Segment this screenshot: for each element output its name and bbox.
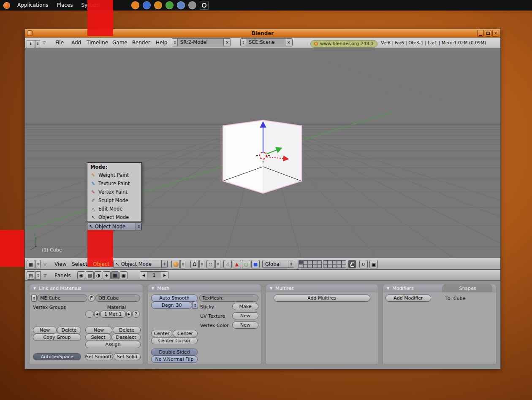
draw-type-icon[interactable] bbox=[171, 260, 180, 268]
firefox-icon[interactable] bbox=[131, 1, 139, 9]
frame-value[interactable]: 1 bbox=[147, 272, 161, 279]
mode-selector-spinner-icon[interactable]: ⇕ bbox=[161, 260, 167, 268]
material-swatch[interactable] bbox=[85, 311, 94, 318]
draw-type-spinner-icon[interactable]: ⇕ bbox=[180, 260, 185, 268]
layer-toggle[interactable] bbox=[308, 264, 312, 268]
add-modifier-button[interactable]: Add Modifier bbox=[385, 295, 431, 302]
auto-smooth-toggle[interactable]: Auto Smooth bbox=[151, 295, 198, 302]
screen-spinner-icon[interactable]: ⇕ bbox=[172, 39, 178, 46]
mode-item-edit-mode[interactable]: △Edit Mode bbox=[87, 205, 141, 213]
menu-object[interactable]: Object bbox=[93, 260, 109, 268]
layer-toggle[interactable] bbox=[337, 260, 342, 264]
viewport-editor-spinner-icon[interactable]: ⇕ bbox=[35, 260, 41, 268]
panel-header-link-and-materials[interactable]: ▼ Link and Materials bbox=[30, 284, 143, 292]
scene-selector[interactable]: ⇕ SCE:Scene × bbox=[240, 38, 293, 46]
object-name-field[interactable]: OB:Cube bbox=[95, 295, 140, 302]
editor-type-icon[interactable]: i bbox=[27, 40, 35, 48]
editor-type-spinner-icon[interactable]: ⇕ bbox=[35, 40, 40, 48]
frame-next-icon[interactable]: ▶ bbox=[161, 272, 168, 279]
panel-collapse-icon[interactable]: ▼ bbox=[33, 286, 36, 290]
double-sided-toggle[interactable]: Double Sided bbox=[151, 349, 198, 356]
center-new-button[interactable]: Center New bbox=[173, 330, 198, 337]
menu-add[interactable]: Add bbox=[71, 38, 81, 48]
layer-toggle[interactable] bbox=[342, 260, 346, 264]
menu-applications[interactable]: Applications bbox=[13, 0, 52, 11]
shading-context-icon[interactable]: ◑ bbox=[94, 271, 102, 279]
vgroup-delete-button[interactable]: Delete bbox=[57, 327, 81, 334]
scale-manipulator-icon[interactable]: ■ bbox=[251, 260, 260, 268]
layer-toggle[interactable] bbox=[332, 260, 337, 264]
layer-toggle[interactable] bbox=[299, 264, 303, 268]
frame-prev-icon[interactable]: ◀ bbox=[140, 272, 147, 279]
menu-select[interactable]: Select bbox=[72, 260, 87, 268]
cube-object[interactable] bbox=[223, 120, 301, 193]
copy-group-button[interactable]: Copy Group bbox=[33, 334, 81, 341]
manipulator-hand-icon[interactable]: ☝ bbox=[223, 260, 232, 268]
material-browse-button[interactable]: ? bbox=[132, 311, 140, 318]
material-next-icon[interactable]: ▶ bbox=[126, 311, 132, 318]
degr-spinner-icon[interactable]: ⇕ bbox=[192, 302, 198, 309]
add-multires-button[interactable]: Add Multires bbox=[274, 295, 370, 302]
maximize-button[interactable] bbox=[485, 30, 491, 37]
browser-icon[interactable] bbox=[143, 1, 151, 9]
object-context-icon[interactable]: + bbox=[103, 271, 111, 279]
layer-toggle[interactable] bbox=[303, 260, 308, 264]
center-cursor-button[interactable]: Center Cursor bbox=[151, 337, 198, 344]
buttons-menu-collapse-icon[interactable]: ▽ bbox=[43, 271, 46, 280]
viewport-menu-collapse-icon[interactable]: ▽ bbox=[43, 260, 46, 268]
panel-header-multires[interactable]: ▼ Multires bbox=[266, 284, 378, 292]
pivot-spinner-icon[interactable]: ⇕ bbox=[199, 260, 204, 268]
menu-places[interactable]: Places bbox=[52, 0, 77, 11]
viewport-editor-type-icon[interactable]: ▦ bbox=[27, 260, 35, 268]
mode-dropdown-pressed[interactable]: ↖ Object Mode ⇕ bbox=[87, 223, 142, 230]
minimize-button[interactable] bbox=[477, 30, 484, 37]
menu-timeline[interactable]: Timeline bbox=[87, 38, 108, 48]
uv-texture-new-button[interactable]: New bbox=[232, 312, 258, 319]
mode-selector[interactable]: ↖ Object Mode ⇕ bbox=[113, 260, 168, 268]
panels-label[interactable]: Panels bbox=[54, 271, 71, 280]
viewport-3d[interactable]: z Mode: ✎Weight Paint ✎Texture Paint ✎Ve… bbox=[25, 48, 500, 258]
script-context-icon[interactable]: ▤ bbox=[86, 271, 94, 279]
logic-context-icon[interactable]: ◉ bbox=[77, 271, 85, 279]
panel-collapse-icon[interactable]: ▼ bbox=[387, 286, 389, 290]
fake-user-button[interactable]: F bbox=[88, 295, 95, 302]
panel-header-mesh[interactable]: ▼ Mesh bbox=[148, 284, 261, 292]
deselect-button[interactable]: Deselect bbox=[111, 334, 141, 341]
layer-toggle[interactable] bbox=[328, 264, 332, 268]
sticky-make-button[interactable]: Make bbox=[232, 303, 258, 310]
no-vnormal-flip-toggle[interactable]: No V.Normal Flip bbox=[151, 356, 198, 363]
menu-render[interactable]: Render bbox=[132, 38, 150, 48]
degr-slider[interactable]: Degr: 30 bbox=[151, 302, 192, 309]
tab-modifiers[interactable]: Modifiers bbox=[392, 286, 413, 291]
scene-close-icon[interactable]: × bbox=[285, 39, 292, 46]
autotexspace-toggle[interactable]: AutoTexSpace bbox=[33, 353, 81, 360]
layer-toggle[interactable] bbox=[299, 260, 303, 264]
buttons-editor-type-icon[interactable]: ▤ bbox=[27, 271, 35, 280]
mode-dropdown-spinner-icon[interactable]: ⇕ bbox=[136, 223, 141, 230]
pivot-icon[interactable]: Ω bbox=[190, 260, 199, 268]
blender-org-badge[interactable]: www.blender.org 248.1 bbox=[310, 40, 377, 48]
panel-collapse-icon[interactable]: ▼ bbox=[152, 286, 154, 290]
render-preview-icon[interactable]: ▣ bbox=[369, 260, 378, 268]
snap-target-icon[interactable]: ∷ bbox=[206, 260, 215, 268]
assign-button[interactable]: Assign bbox=[85, 341, 141, 348]
mesh-name-field[interactable]: ME:Cube bbox=[37, 295, 87, 302]
camera-icon[interactable] bbox=[200, 1, 209, 10]
layer-toggle[interactable] bbox=[323, 264, 328, 268]
layer-toggle[interactable] bbox=[312, 264, 317, 268]
texmesh-field[interactable]: TexMesh: bbox=[199, 295, 258, 302]
orientation-spinner-icon[interactable]: ⇕ bbox=[288, 260, 294, 268]
material-prev-icon[interactable]: ◀ bbox=[94, 311, 100, 318]
buttons-editor-spinner-icon[interactable]: ⇕ bbox=[35, 271, 41, 280]
editing-context-icon[interactable]: ▦ bbox=[111, 271, 119, 279]
mode-item-vertex-paint[interactable]: ✎Vertex Paint bbox=[87, 188, 141, 196]
menu-file[interactable]: File bbox=[55, 38, 64, 48]
screen-close-icon[interactable]: × bbox=[223, 39, 231, 46]
layer-toggle[interactable] bbox=[312, 260, 317, 264]
orientation-selector[interactable]: Global ⇕ bbox=[262, 260, 294, 268]
snap-spinner-icon[interactable]: ⇕ bbox=[215, 260, 220, 268]
mode-item-texture-paint[interactable]: ✎Texture Paint bbox=[87, 179, 141, 188]
layer-toggle[interactable] bbox=[332, 264, 337, 268]
screen-selector-value[interactable]: SR:2-Model bbox=[178, 39, 223, 46]
layer-toggle[interactable] bbox=[303, 264, 308, 268]
